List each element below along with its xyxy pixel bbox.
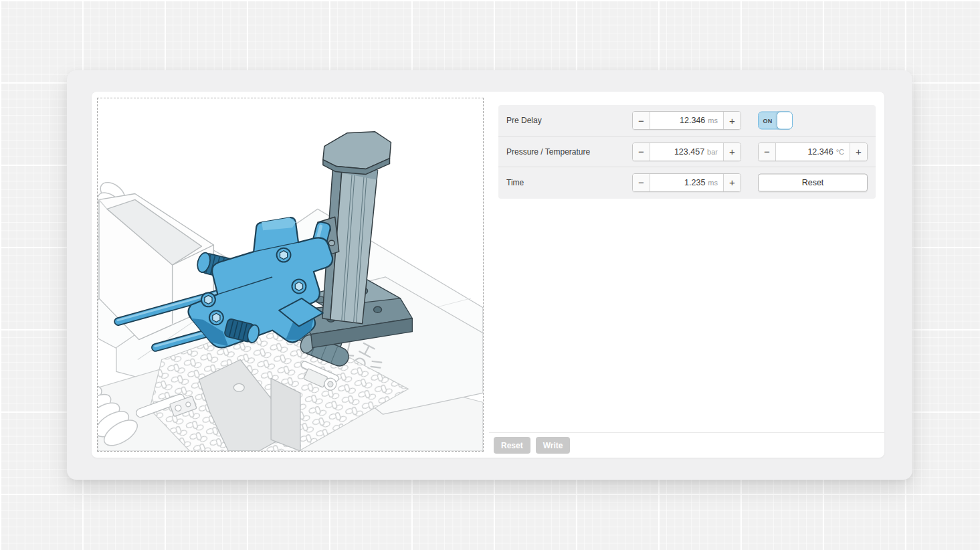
pre-delay-value: 12.346 [680,116,705,125]
pressure-value-field[interactable]: 123.457 bar [650,143,723,161]
row-time: Time − 1.235 ms + Reset [498,167,876,197]
machine-illustration [98,98,483,451]
pre-delay-increment-button[interactable]: + [723,112,741,129]
action-bar: Reset Write [489,432,884,458]
row-pre-delay: Pre Delay − 12.346 ms + [498,105,876,136]
pre-delay-label: Pre Delay [506,116,542,125]
reset-button[interactable]: Reset [494,437,530,454]
machine-illustration-pane [97,98,484,452]
pressure-value: 123.457 [674,147,704,157]
time-unit: ms [708,179,718,187]
time-reset-button[interactable]: Reset [758,173,868,191]
pre-delay-toggle-on-label: ON [759,112,777,129]
pre-delay-unit: ms [708,116,718,124]
write-button[interactable]: Write [536,437,571,454]
content-panel: Pre Delay − 12.346 ms + [92,92,884,458]
pre-delay-decrement-button[interactable]: − [633,112,650,129]
temperature-value-field[interactable]: 12.346 °C [776,143,850,161]
time-value-field[interactable]: 1.235 ms [650,174,723,191]
parameters-panel: Pre Delay − 12.346 ms + [498,105,876,199]
app-window: Pre Delay − 12.346 ms + [67,70,912,480]
pressure-stepper: − 123.457 bar + [632,143,741,161]
time-increment-button[interactable]: + [723,174,741,191]
pressure-temperature-label: Pressure / Temperature [506,147,590,157]
temperature-increment-button[interactable]: + [850,143,867,161]
temperature-stepper: − 12.346 °C + [758,143,868,161]
row-pressure-temperature: Pressure / Temperature − 123.457 bar + [498,136,876,167]
temperature-unit: °C [836,148,844,156]
pre-delay-stepper: − 12.346 ms + [632,111,741,130]
pressure-unit: bar [707,148,718,156]
time-label: Time [506,178,524,187]
pre-delay-toggle[interactable]: ON [758,112,793,130]
temperature-decrement-button[interactable]: − [759,143,776,161]
pressure-decrement-button[interactable]: − [633,143,650,161]
pre-delay-value-field[interactable]: 12.346 ms [650,112,723,129]
time-stepper: − 1.235 ms + [632,173,741,192]
pre-delay-toggle-knob [777,112,793,130]
parameters-pane: Pre Delay − 12.346 ms + [489,92,884,458]
column-cap [323,132,391,175]
pressure-increment-button[interactable]: + [723,143,741,161]
temperature-value: 12.346 [807,147,833,157]
time-decrement-button[interactable]: − [633,174,650,191]
time-value: 1.235 [684,178,705,187]
